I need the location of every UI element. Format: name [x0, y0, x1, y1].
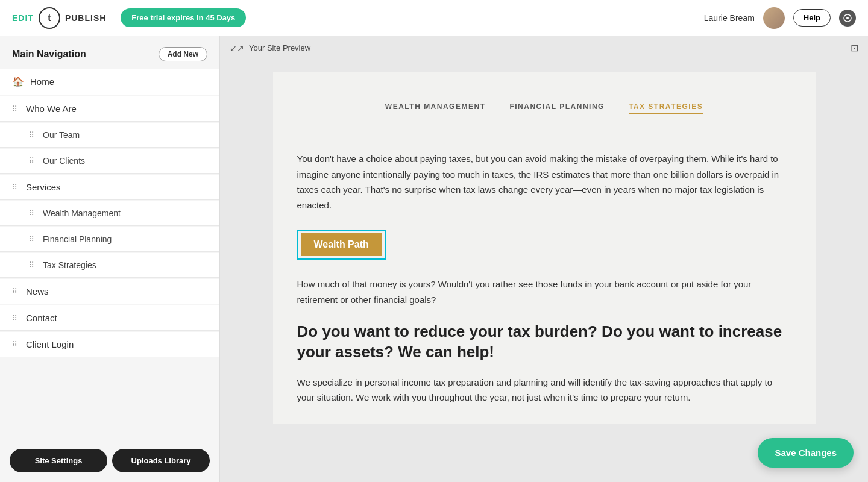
intro-paragraph: You don't have a choice about paying tax… — [297, 151, 791, 213]
drag-icon: ⠿ — [12, 314, 17, 322]
sidebar-item-tax-strategies[interactable]: ⠿ Tax Strategies — [0, 253, 219, 278]
nav-item-label: Client Login — [26, 339, 74, 349]
sidebar-item-our-team[interactable]: ⠿ Our Team — [0, 123, 219, 148]
avatar — [763, 7, 785, 29]
nav-item-label: Services — [26, 182, 61, 192]
add-new-button[interactable]: Add New — [159, 47, 207, 61]
nav-item-label: Contact — [26, 313, 57, 323]
preview-label: Your Site Preview — [249, 43, 310, 52]
subtext-paragraph: How much of that money is yours? Wouldn'… — [297, 277, 791, 307]
sidebar-item-who-we-are[interactable]: ⠿ Who We Are — [0, 96, 219, 122]
sidebar: Main Navigation Add New 🏠 Home ⠿ Who We … — [0, 36, 220, 482]
help-button[interactable]: Help — [793, 9, 831, 27]
top-bar-right: Laurie Bream Help — [704, 7, 856, 29]
trial-badge[interactable]: Free trial expires in 45 Days — [121, 8, 246, 27]
svg-point-1 — [846, 17, 849, 19]
preview-bar-left: ↙↗ Your Site Preview — [230, 43, 310, 53]
drag-icon: ⠿ — [29, 131, 34, 139]
site-tabs: WEALTH MANAGEMENT FINANCIAL PLANNING TAX… — [297, 90, 791, 133]
drag-icon: ⠿ — [29, 261, 34, 269]
drag-icon: ⠿ — [29, 157, 34, 165]
content-area: ↙↗ Your Site Preview ⊡ WEALTH MANAGEMENT… — [220, 36, 868, 482]
notification-icon[interactable] — [839, 10, 856, 27]
drag-icon: ⠿ — [12, 183, 17, 192]
sidebar-item-home[interactable]: 🏠 Home — [0, 69, 219, 95]
nav-item-label: Our Clients — [43, 156, 85, 166]
main-layout: Main Navigation Add New 🏠 Home ⠿ Who We … — [0, 36, 868, 482]
logo: t — [39, 7, 60, 29]
nav-item-label: Wealth Management — [43, 208, 121, 218]
main-heading: Do you want to reduce your tax burden? D… — [297, 322, 791, 363]
nav-item-label: News — [26, 286, 49, 296]
sidebar-nav: 🏠 Home ⠿ Who We Are ⠿ Our Team ⠿ Our Cli… — [0, 69, 219, 439]
tab-wealth-management[interactable]: WEALTH MANAGEMENT — [385, 102, 486, 114]
uploads-library-button[interactable]: Uploads Library — [112, 449, 210, 472]
wealth-path-wrapper: Wealth Path — [297, 230, 791, 260]
site-inner: WEALTH MANAGEMENT FINANCIAL PLANNING TAX… — [273, 72, 816, 424]
tab-tax-strategies[interactable]: TAX STRATEGIES — [629, 102, 703, 114]
user-name: Laurie Bream — [704, 13, 755, 23]
wealth-path-container: Wealth Path — [297, 230, 386, 260]
nav-item-label: Home — [30, 77, 54, 87]
sidebar-item-client-login[interactable]: ⠿ Client Login — [0, 332, 219, 357]
expand-icon[interactable]: ⊡ — [851, 42, 858, 54]
sidebar-item-contact[interactable]: ⠿ Contact — [0, 305, 219, 331]
nav-item-label: Who We Are — [26, 104, 77, 114]
edit-button[interactable]: EDIT — [12, 13, 34, 23]
arrows-icon: ↙↗ — [230, 43, 244, 53]
nav-item-label: Our Team — [43, 130, 80, 140]
site-settings-button[interactable]: Site Settings — [10, 449, 107, 472]
preview-bar: ↙↗ Your Site Preview ⊡ — [220, 36, 868, 60]
tab-financial-planning[interactable]: FINANCIAL PLANNING — [509, 102, 604, 114]
drag-icon: ⠿ — [12, 287, 17, 296]
nav-item-label: Tax Strategies — [43, 260, 96, 270]
body-paragraph: We specialize in personal income tax pre… — [297, 375, 791, 405]
sidebar-item-services[interactable]: ⠿ Services — [0, 175, 219, 200]
site-content: WEALTH MANAGEMENT FINANCIAL PLANNING TAX… — [220, 60, 868, 482]
sidebar-item-news[interactable]: ⠿ News — [0, 279, 219, 304]
save-changes-button[interactable]: Save Changes — [758, 438, 854, 468]
drag-icon: ⠿ — [29, 235, 34, 243]
sidebar-item-financial-planning[interactable]: ⠿ Financial Planning — [0, 227, 219, 252]
sidebar-title: Main Navigation — [12, 49, 86, 60]
sidebar-footer: Site Settings Uploads Library — [0, 439, 219, 482]
drag-icon: ⠿ — [12, 105, 17, 113]
sidebar-item-our-clients[interactable]: ⠿ Our Clients — [0, 149, 219, 174]
top-bar: EDIT t PUBLISH Free trial expires in 45 … — [0, 0, 868, 36]
nav-item-label: Financial Planning — [43, 234, 112, 244]
wealth-path-button[interactable]: Wealth Path — [301, 233, 382, 256]
publish-button[interactable]: PUBLISH — [65, 13, 106, 23]
drag-icon: ⠿ — [12, 340, 17, 349]
home-icon: 🏠 — [12, 76, 24, 87]
sidebar-item-wealth-management[interactable]: ⠿ Wealth Management — [0, 201, 219, 226]
sidebar-header: Main Navigation Add New — [0, 36, 219, 69]
drag-icon: ⠿ — [29, 209, 34, 218]
